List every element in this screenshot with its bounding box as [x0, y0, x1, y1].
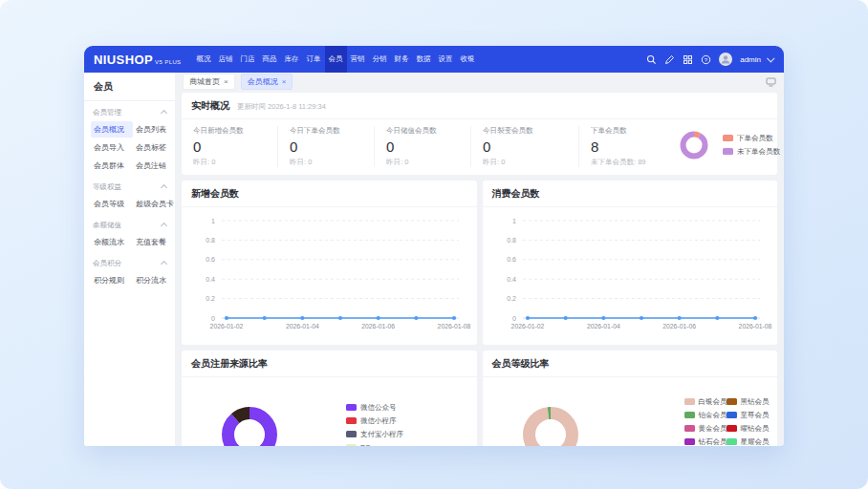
- sidebar-group-header[interactable]: 余额储值: [91, 219, 168, 233]
- nav-item[interactable]: 概况: [193, 46, 215, 73]
- sidebar-item[interactable]: 充值套餐: [133, 234, 175, 250]
- stat-label: 今日新增会员数: [193, 126, 277, 136]
- new-members-panel: 新增会员数 00.20.40.60.812026-01-022026-01-04…: [182, 181, 477, 345]
- line-charts-row: 新增会员数 00.20.40.60.812026-01-022026-01-04…: [182, 181, 777, 345]
- nav-item[interactable]: 订单: [303, 46, 325, 73]
- svg-text:2026-01-02: 2026-01-02: [510, 323, 544, 330]
- apps-icon[interactable]: [683, 54, 693, 65]
- svg-text:2026-01-02: 2026-01-02: [210, 323, 244, 330]
- tab[interactable]: 会员概况×: [241, 74, 293, 90]
- avatar[interactable]: [719, 53, 732, 66]
- chevron-up-icon: [161, 183, 167, 190]
- consume-members-line-chart: 00.20.40.60.812026-01-022026-01-042026-0…: [483, 209, 775, 343]
- member-level-chart: 白银会员黑钻会员铂金会员至尊会员黄金会员曜钻会员钻石会员星耀会员: [483, 377, 778, 446]
- legend-swatch: [723, 135, 733, 141]
- nav-item[interactable]: 会员: [325, 46, 347, 73]
- topbar: NIUSHOP V5 PLUS 概况店铺门店商品库存订单会员营销分销财务数据设置…: [84, 46, 784, 73]
- legend-item[interactable]: 下单会员数: [723, 135, 780, 142]
- brand-logo[interactable]: NIUSHOP V5 PLUS: [94, 53, 182, 67]
- svg-text:?: ?: [705, 56, 708, 62]
- sidebar-item[interactable]: 余额流水: [91, 234, 133, 250]
- close-icon[interactable]: ×: [282, 78, 287, 86]
- legend-item[interactable]: 至尊会员: [727, 412, 767, 419]
- sidebar-item[interactable]: 会员注销: [133, 158, 175, 174]
- sidebar-item[interactable]: 超级会员卡: [133, 196, 175, 212]
- chevron-up-icon: [161, 260, 167, 266]
- legend-item[interactable]: PC: [346, 444, 403, 446]
- sidebar-item[interactable]: 积分流水: [133, 272, 175, 288]
- legend-item[interactable]: 曜钻会员: [727, 425, 767, 433]
- member-level-donut: [488, 377, 613, 446]
- sidebar-group-label: 会员管理: [93, 108, 121, 117]
- legend-item[interactable]: 支付宝小程序: [346, 431, 403, 438]
- svg-text:2026-01-08: 2026-01-08: [738, 323, 771, 330]
- legend-swatch: [346, 404, 357, 411]
- username[interactable]: admin: [740, 55, 761, 64]
- svg-text:0.2: 0.2: [206, 295, 215, 302]
- help-icon[interactable]: ?: [701, 54, 711, 65]
- sidebar-item[interactable]: 会员列表: [133, 121, 175, 138]
- stat-sub: 昨日: 0: [386, 158, 470, 167]
- register-source-donut: [187, 377, 312, 446]
- legend-item[interactable]: 铂金会员: [684, 412, 725, 419]
- brand-name: NIUSHOP: [94, 53, 153, 67]
- nav-item[interactable]: 店铺: [215, 46, 237, 73]
- sidebar-item[interactable]: 会员导入: [91, 139, 133, 156]
- legend-item[interactable]: 星耀会员: [727, 438, 767, 446]
- register-source-chart: 微信公众号微信小程序支付宝小程序PC: [182, 377, 477, 446]
- stat-value: 0: [193, 138, 277, 155]
- legend-label: 微信小程序: [360, 417, 397, 425]
- topbar-actions: ? admin: [646, 53, 774, 66]
- legend-item[interactable]: 钻石会员: [684, 438, 725, 446]
- legend-label: 铂金会员: [699, 412, 727, 419]
- sidebar-item[interactable]: 会员等级: [91, 196, 133, 212]
- legend-item[interactable]: 黑钻会员: [727, 398, 767, 406]
- nav-item[interactable]: 设置: [435, 46, 457, 73]
- monitor-icon[interactable]: [766, 77, 776, 87]
- legend-swatch: [684, 398, 695, 405]
- nav-item[interactable]: 商品: [259, 46, 281, 73]
- member-level-legend: 白银会员黑钻会员铂金会员至尊会员黄金会员曜钻会员钻石会员星耀会员: [684, 398, 767, 446]
- sidebar-group-header[interactable]: 会员管理: [91, 106, 168, 120]
- svg-text:0.8: 0.8: [206, 237, 215, 244]
- nav-item[interactable]: 分销: [369, 46, 391, 73]
- legend-item[interactable]: 黄金会员: [684, 425, 725, 433]
- sidebar-item[interactable]: 会员标签: [133, 139, 175, 156]
- nav-item[interactable]: 门店: [237, 46, 259, 73]
- consume-members-title: 消费会员数: [492, 187, 540, 201]
- sidebar-group-header[interactable]: 会员积分: [91, 257, 168, 271]
- search-icon[interactable]: [646, 54, 657, 65]
- legend-swatch: [684, 425, 695, 432]
- sidebar-item[interactable]: 会员概况: [91, 121, 133, 138]
- member-level-panel: 会员等级比率 白银会员黑钻会员铂金会员至尊会员黄金会员曜钻会员钻石会员星耀会员: [483, 351, 778, 446]
- chevron-down-icon[interactable]: [767, 54, 774, 62]
- legend-item[interactable]: 微信公众号: [346, 404, 403, 412]
- close-icon[interactable]: ×: [224, 78, 228, 86]
- register-source-header: 会员注册来源比率: [182, 351, 477, 377]
- stat-sub: 昨日: 0: [290, 158, 374, 167]
- svg-text:0.4: 0.4: [206, 275, 215, 282]
- nav-item[interactable]: 财务: [391, 46, 413, 73]
- nav-item[interactable]: 库存: [281, 46, 303, 73]
- legend-swatch: [727, 425, 737, 432]
- nav-item[interactable]: 数据: [413, 46, 435, 73]
- tab[interactable]: 商城首页×: [183, 74, 235, 90]
- stat-label: 下单会员数: [591, 126, 675, 136]
- legend-item[interactable]: 白银会员: [684, 398, 725, 406]
- legend-swatch: [684, 438, 695, 445]
- legend-item[interactable]: 微信小程序: [346, 417, 403, 425]
- new-members-title: 新增会员数: [191, 187, 239, 201]
- pen-icon[interactable]: [664, 54, 675, 65]
- sidebar-group: 会员积分积分规则积分流水: [84, 252, 175, 290]
- sidebar-group-header[interactable]: 等级权益: [91, 181, 168, 195]
- realtime-stats: 今日新增会员数0昨日: 0今日下单会员数0昨日: 0今日储值会员数0昨日: 0今…: [182, 119, 777, 175]
- nav-item[interactable]: 营销: [347, 46, 369, 73]
- stat-value: 0: [483, 138, 578, 155]
- sidebar-item[interactable]: 积分规则: [91, 272, 133, 288]
- legend-swatch: [727, 398, 737, 405]
- nav-item[interactable]: 收银: [457, 46, 479, 73]
- sidebar-item[interactable]: 会员群体: [91, 158, 133, 174]
- legend-label: 至尊会员: [741, 412, 770, 419]
- legend-item[interactable]: 未下单会员数: [723, 148, 780, 156]
- open-tabs: 商城首页×会员概况×: [183, 74, 293, 90]
